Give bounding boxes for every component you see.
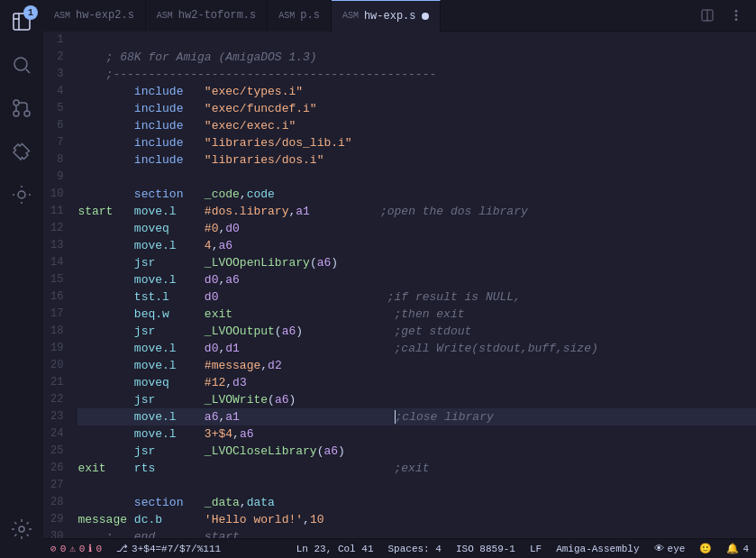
svg-point-4: [14, 111, 19, 116]
code-line-22: jsr _LVOWrite(a6): [77, 391, 756, 408]
code-line-30: ; end start: [77, 528, 756, 538]
activity-explorer[interactable]: 1: [0, 0, 43, 43]
encoding-text: ISO 8859-1: [456, 544, 515, 554]
code-line-20: move.l #message,d2: [77, 357, 756, 374]
status-language[interactable]: Amiga-Assembly: [549, 539, 646, 559]
split-editor-button[interactable]: [695, 3, 720, 28]
status-errors[interactable]: ⊘ 0 ⚠ 0 ℹ 0: [43, 539, 109, 559]
svg-point-2: [14, 100, 19, 105]
error-icon: ⊘: [50, 543, 57, 554]
activity-search[interactable]: [0, 43, 43, 87]
code-line-12: moveq #0,d0: [77, 220, 756, 237]
tab-bar: ASM hw-exp2.s ASM hw2-toform.s ASM p.s A…: [43, 0, 756, 32]
tab-ps[interactable]: ASM p.s: [268, 0, 332, 32]
status-spaces[interactable]: Spaces: 4: [381, 539, 449, 559]
eol-text: LF: [530, 544, 542, 554]
info-icon: ℹ: [88, 543, 92, 554]
eye-icon: 👁: [654, 543, 664, 554]
feedback-icon: 🙂: [699, 543, 712, 554]
bell-icon: 🔔: [726, 543, 739, 554]
code-line-29: message dc.b 'Hello world!',10: [77, 511, 756, 528]
git-branch: 3+$4=#7/$7/%111: [132, 544, 221, 554]
git-icon: ⎇: [116, 543, 128, 554]
code-line-28: section _data,data: [77, 494, 756, 511]
code-line-11: start move.l #dos.library,a1 ;open the d…: [77, 203, 756, 220]
status-eye[interactable]: 👁 eye: [647, 539, 693, 559]
code-line-15: move.l d0,a6: [77, 271, 756, 288]
code-line-13: move.l 4,a6: [77, 237, 756, 254]
explorer-badge: 1: [23, 5, 38, 20]
activity-bar: 1: [0, 0, 43, 558]
editor-area: 1 2 3 4 5 6 7 8 9 10 11 12 13 14 15 16 1…: [43, 32, 756, 538]
svg-point-6: [19, 526, 24, 532]
code-line-18: jsr _LVOOutput(a6) ;get stdout: [77, 323, 756, 340]
status-bell[interactable]: 🔔 4: [719, 539, 756, 559]
code-line-1: [77, 32, 756, 49]
code-line-7: include "libraries/dos_lib.i": [77, 134, 756, 151]
svg-point-1: [14, 58, 27, 70]
tab-hw-exp2[interactable]: ASM hw-exp2.s: [43, 0, 146, 32]
code-line-19: move.l d0,d1 ;call Write(stdout,buff,siz…: [77, 340, 756, 357]
code-line-14: jsr _LVOOpenLibrary(a6): [77, 254, 756, 271]
tab-lang-hw-exp: ASM: [342, 11, 359, 21]
svg-point-9: [735, 14, 737, 16]
code-line-2: ; 68K for Amiga (AmigaDOS 1.3): [77, 49, 756, 66]
tab-lang-hw-exp2: ASM: [54, 11, 70, 21]
position-text: Ln 23, Col 41: [296, 544, 374, 554]
code-line-10: section _code,code: [77, 186, 756, 203]
code-line-8: include "libraries/dos.i": [77, 151, 756, 169]
tab-label-ps: p.s: [300, 9, 320, 22]
more-actions-button[interactable]: [724, 3, 749, 28]
language-text: Amiga-Assembly: [556, 544, 639, 554]
status-right: Ln 23, Col 41 Spaces: 4 ISO 8859-1 LF Am…: [289, 539, 756, 559]
bell-count: 4: [742, 544, 749, 554]
error-count: 0: [60, 544, 67, 554]
code-line-23: move.l a6,a1 ;close library: [77, 408, 756, 425]
code-line-9: [77, 169, 756, 186]
activity-settings[interactable]: [0, 508, 43, 551]
code-line-24: move.l 3+$4,a6: [77, 425, 756, 443]
eye-label: eye: [668, 544, 686, 554]
code-line-5: include "exec/funcdef.i": [77, 100, 756, 117]
tab-modified-indicator: [422, 13, 429, 20]
code-line-26: exit rts ;exit: [77, 460, 756, 477]
code-line-25: jsr _LVOCloseLibrary(a6): [77, 443, 756, 460]
svg-point-8: [735, 10, 737, 12]
activity-extensions[interactable]: [0, 130, 43, 173]
status-eol[interactable]: LF: [523, 539, 549, 559]
activity-remote[interactable]: [0, 173, 43, 216]
svg-point-3: [24, 111, 30, 116]
tab-lang-ps: ASM: [278, 11, 295, 21]
code-line-27: [77, 477, 756, 494]
info-count: 0: [96, 544, 102, 554]
code-line-4: include "exec/types.i": [77, 83, 756, 100]
warning-count: 0: [79, 544, 86, 554]
code-line-6: include "exec/exec.i": [77, 117, 756, 134]
status-git[interactable]: ⎇ 3+$4=#7/$7/%111: [109, 539, 228, 559]
warning-icon: ⚠: [69, 543, 76, 554]
code-line-16: tst.l d0 ;if result is NULL,: [77, 288, 756, 306]
tab-hw2-toform[interactable]: ASM hw2-toform.s: [146, 0, 268, 32]
svg-point-10: [735, 19, 737, 21]
activity-git[interactable]: [0, 87, 43, 130]
svg-point-5: [18, 191, 25, 198]
status-encoding[interactable]: ISO 8859-1: [449, 539, 523, 559]
spaces-text: Spaces: 4: [388, 544, 442, 554]
line-numbers: 1 2 3 4 5 6 7 8 9 10 11 12 13 14 15 16 1…: [43, 32, 74, 538]
tab-label-hw-exp2: hw-exp2.s: [76, 9, 134, 22]
code-editor[interactable]: ; 68K for Amiga (AmigaDOS 1.3) ;--------…: [74, 32, 756, 538]
code-line-17: beq.w exit ;then exit: [77, 306, 756, 323]
tab-hw-exp[interactable]: ASM hw-exp.s: [332, 0, 441, 32]
tab-label-hw2-toform: hw2-toform.s: [178, 9, 256, 22]
status-left: ⊘ 0 ⚠ 0 ℹ 0 ⎇ 3+$4=#7/$7/%111: [43, 539, 228, 559]
main-layout: ASM hw-exp2.s ASM hw2-toform.s ASM p.s A…: [43, 0, 756, 558]
code-line-21: moveq #12,d3: [77, 374, 756, 391]
code-line-3: ;---------------------------------------…: [77, 66, 756, 83]
status-position[interactable]: Ln 23, Col 41: [289, 539, 381, 559]
tab-label-hw-exp: hw-exp.s: [364, 10, 416, 23]
status-feedback[interactable]: 🙂: [692, 539, 719, 559]
tab-lang-hw2-toform: ASM: [157, 11, 173, 21]
tab-actions: [695, 3, 756, 28]
status-bar: ⊘ 0 ⚠ 0 ℹ 0 ⎇ 3+$4=#7/$7/%111 Ln 23, Col…: [43, 538, 756, 558]
